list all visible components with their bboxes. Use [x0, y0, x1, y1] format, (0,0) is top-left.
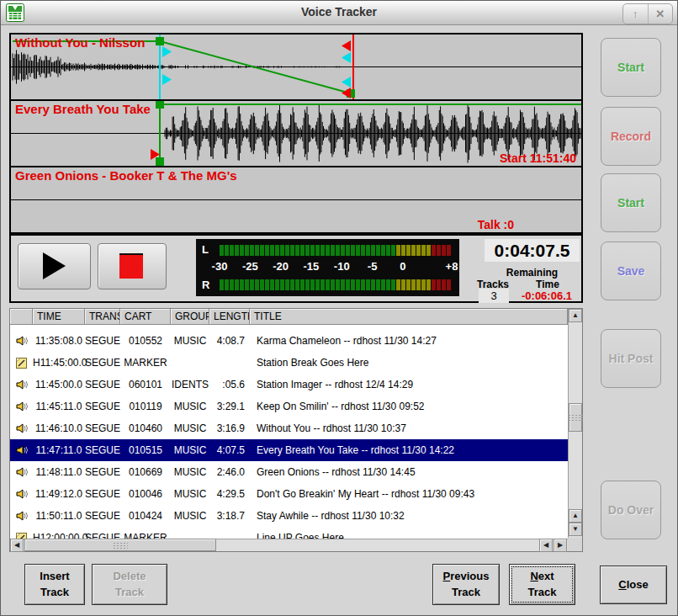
previous-track-label-2: Track [433, 585, 499, 600]
log-body: 11:35:08.0 SEGUE 010552 MUSIC 4:08.7 Kar… [10, 325, 568, 539]
cell-cart: 010552 [120, 335, 171, 347]
end-arrow-icon[interactable] [342, 88, 351, 98]
cell-title: Station Imager -- rdhost 12/4 14:29 [250, 379, 568, 390]
start-arrow-icon[interactable] [162, 74, 172, 85]
speaker-icon [10, 400, 33, 413]
cell-cart: 010046 [120, 488, 171, 500]
speaker-icon [10, 465, 33, 479]
next-track-label-1: Next [510, 569, 575, 584]
cell-title: Stay Awhile -- rdhost 11/30 10:32 [250, 510, 568, 522]
start-arrow-icon[interactable] [162, 46, 172, 57]
titlebar-buttons: ↑ ✕ [622, 3, 673, 24]
table-row-selected[interactable]: 11:47:11.0 SEGUE 010515 MUSIC 4:07.5 Eve… [10, 439, 568, 461]
insert-track-button[interactable]: Insert Track [24, 564, 85, 605]
cell-cart: 010669 [120, 466, 171, 478]
col-header-group: GROUP [171, 309, 209, 325]
cell-trans: SEGUE [85, 379, 120, 390]
scroll-up-icon[interactable]: ▲ [569, 309, 582, 322]
cell-title: Without You -- rdhost 11/30 10:37 [250, 422, 568, 434]
record-button[interactable]: Record [601, 107, 661, 166]
track-2[interactable]: Every Breath You Take Start 11:51:40 [11, 99, 581, 166]
hit-post-button[interactable]: Hit Post [601, 329, 661, 388]
marker-icon [10, 357, 33, 369]
table-row[interactable]: 11:45:00.0 SEGUE 060101 IDENTS :05.6 Sta… [10, 374, 568, 396]
cell-trans: SEGUE [85, 444, 120, 456]
close-button[interactable]: Close [600, 566, 667, 604]
cell-title: Every Breath You Take -- rdhost 11/30 14… [250, 444, 568, 456]
table-row[interactable]: H11:45:00.0 SEGUE MARKER Station Break G… [10, 352, 568, 374]
cell-cart: 010460 [120, 422, 171, 434]
table-row[interactable]: 11:35:08.0 SEGUE 010552 MUSIC 4:08.7 Kar… [10, 330, 568, 352]
cell-trans: SEGUE [85, 466, 120, 478]
start-button-2[interactable]: Start [601, 173, 661, 232]
elapsed-time-display: 0:04:07.5 [485, 239, 580, 262]
fade-handle[interactable] [156, 157, 164, 166]
speaker-icon [10, 443, 33, 457]
close-icon[interactable]: ✕ [648, 4, 673, 24]
col-header-cart: CART [120, 309, 171, 325]
table-row[interactable]: 11:50:11.0 SEGUE 010424 MUSIC 3:18.7 Sta… [10, 505, 568, 527]
transport-panel: L R -30-25-20-15-10-50+8 0:04:07.5 Remai… [9, 234, 583, 303]
track-2-start-time: Start 11:51:40 [500, 151, 576, 165]
cell-title: Don't Go Breakin' My Heart -- rdhost 11/… [250, 488, 568, 500]
vertical-scrollbar-thumb[interactable] [569, 403, 582, 432]
cell-title: Green Onions -- rdhost 11/30 14:45 [250, 466, 568, 478]
scroll-down-icon[interactable]: ▼ [569, 523, 582, 536]
scroll-right-icon[interactable]: ▶ [554, 539, 567, 552]
delete-track-button[interactable]: Delete Track [92, 564, 167, 605]
horizontal-scrollbar[interactable]: ◀ ◀ ▶ [10, 539, 568, 551]
cell-time: 11:47:11.0 [33, 444, 85, 456]
cell-length: 4:29.5 [209, 488, 250, 500]
stop-icon [119, 253, 143, 279]
speaker-icon [10, 487, 33, 501]
horizontal-scrollbar-thumb[interactable] [24, 539, 216, 551]
start-button-1[interactable]: Start [601, 38, 661, 97]
end-arrow-icon[interactable] [342, 52, 351, 63]
cell-length: :05.6 [209, 379, 250, 390]
cell-time: 11:50:11.0 [33, 510, 85, 522]
play-button[interactable] [18, 243, 91, 289]
delete-track-label-1: Delete [93, 569, 167, 584]
track-3[interactable]: Green Onions - Booker T & The MG's Talk … [11, 166, 581, 232]
shade-icon[interactable]: ↑ [623, 4, 648, 24]
cell-cart: 010119 [120, 401, 171, 412]
cell-title: Keep On Smilin' -- rdhost 11/30 09:52 [250, 401, 568, 412]
col-header-time: TIME [33, 309, 85, 325]
voice-tracker-window: Voice Tracker ↑ ✕ [0, 0, 678, 616]
marker-icon [10, 532, 33, 539]
table-row[interactable]: 11:45:11.0 SEGUE 010119 MUSIC 3:29.1 Kee… [10, 396, 568, 417]
table-row[interactable]: 11:46:10.0 SEGUE 010460 MUSIC 3:16.9 Wit… [10, 417, 568, 439]
cell-length: 3:16.9 [209, 422, 250, 434]
fade-down-line[interactable] [160, 41, 351, 93]
scroll-left-icon[interactable]: ◀ [10, 539, 24, 552]
previous-track-button[interactable]: Previous Track [432, 564, 500, 605]
scroll-up-icon[interactable]: ▲ [569, 509, 582, 523]
stop-button[interactable] [98, 243, 167, 289]
fade-handle[interactable] [156, 101, 164, 109]
cell-time: 11:48:11.0 [33, 466, 85, 478]
fade-handle[interactable] [156, 37, 164, 45]
do-over-button[interactable]: Do Over [601, 481, 661, 539]
cell-length: 4:08.7 [209, 335, 250, 347]
cell-trans: SEGUE [85, 532, 120, 539]
cell-group: IDENTS [171, 379, 209, 390]
track-1[interactable]: Without You - Nilsson [11, 35, 581, 99]
table-row-clipped[interactable]: H12:00:00.0 SEGUE MARKER Line UP Goes He… [10, 527, 568, 539]
cell-cart: 010515 [120, 444, 171, 456]
save-button[interactable]: Save [601, 242, 661, 300]
table-row[interactable]: 11:48:11.0 SEGUE 010669 MUSIC 2:46.0 Gre… [10, 461, 568, 483]
track-3-talk-time: Talk :0 [478, 218, 514, 231]
cell-title: Station Break Goes Here [250, 357, 568, 369]
table-row[interactable]: 11:49:12.0 SEGUE 010046 MUSIC 4:29.5 Don… [10, 483, 568, 505]
cell-trans: SEGUE [85, 335, 120, 347]
insert-track-label-1: Insert [25, 569, 84, 584]
track-2-title: Every Breath You Take [15, 102, 151, 116]
cell-time: 11:45:00.0 [33, 379, 85, 390]
vertical-scrollbar[interactable]: ▲ ▲ ▼ [568, 309, 582, 551]
next-track-label-2: Track [510, 585, 575, 600]
end-arrow-icon[interactable] [342, 77, 351, 88]
end-arrow-icon[interactable] [342, 40, 351, 51]
next-track-button[interactable]: Next Track [509, 564, 575, 605]
scroll-left-icon[interactable]: ◀ [539, 539, 553, 552]
close-button-label: Close [601, 577, 666, 592]
